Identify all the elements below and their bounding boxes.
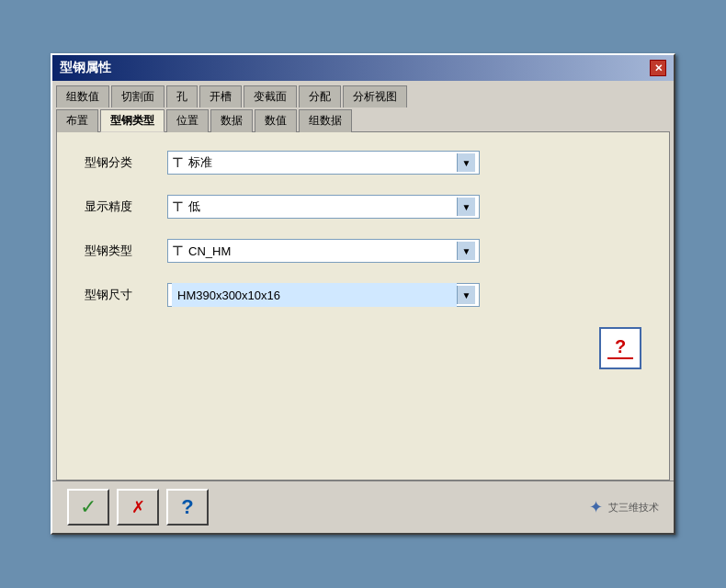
tab-group-values[interactable]: 组数值 [56,85,109,107]
display-precision-dropdown[interactable]: ⊤ 低 ▼ [167,195,480,219]
content-area: 型钢分类 ⊤ 标准 ▼ 显示精度 ⊤ 低 [56,131,670,481]
section-size-control: ▼ [167,283,641,307]
display-precision-row: 显示精度 ⊤ 低 ▼ [85,195,641,219]
watermark-icon: ✦ [589,497,603,517]
help-btn-row: ? [85,327,641,369]
tab-position[interactable]: 位置 [166,109,209,132]
section-type-selected: ⊤ CN_HM [172,243,457,258]
title-bar: 型钢属性 ✕ [52,55,674,81]
section-size-label: 型钢尺寸 [85,287,167,303]
check-icon: ✓ [80,495,96,519]
section-class-value: 标准 [188,154,212,171]
tab-distribute[interactable]: 分配 [299,85,341,107]
section-class-arrow[interactable]: ▼ [457,153,475,172]
display-precision-label: 显示精度 [85,198,167,215]
tab-variable-section[interactable]: 变截面 [244,85,297,107]
tab-values[interactable]: 数值 [255,109,297,132]
section-size-row: 型钢尺寸 ▼ [85,283,641,307]
tab-slot[interactable]: 开槽 [199,85,242,107]
cancel-button[interactable]: ✗ [117,489,159,526]
display-precision-arrow[interactable]: ▼ [457,198,475,216]
tab-cut-face[interactable]: 切割面 [111,85,164,107]
close-button[interactable]: ✕ [650,60,666,76]
watermark-text: 艾三维技术 [608,501,659,514]
section-size-selected [172,283,457,307]
section-type-control: ⊤ CN_HM ▼ [167,239,641,263]
tab-row-2: 布置 型钢类型 位置 数据 数值 组数据 [56,108,670,131]
section-type-label: 型钢类型 [85,243,167,259]
help-btn-inner: ? [607,337,633,359]
section-size-arrow[interactable]: ▼ [457,286,475,304]
section-class-row: 型钢分类 ⊤ 标准 ▼ [85,151,641,175]
section-type-value: CN_HM [188,244,231,258]
section-type-arrow[interactable]: ▼ [457,242,475,260]
display-precision-value: 低 [188,198,200,215]
section-class-selected: ⊤ 标准 [172,154,457,171]
ibeam-icon-1: ⊤ [172,155,183,170]
bottom-buttons: ✓ ✗ ? [67,489,209,526]
display-precision-control: ⊤ 低 ▼ [167,195,641,219]
watermark: ✦ 艾三维技术 [589,497,659,517]
section-class-control: ⊤ 标准 ▼ [167,151,641,175]
section-size-dropdown[interactable]: ▼ [167,283,480,307]
tab-layout[interactable]: 布置 [56,109,98,132]
bottom-help-button[interactable]: ? [166,489,209,526]
tab-container: 组数值 切割面 孔 开槽 变截面 分配 分析视图 布置 型钢类型 位置 数据 数… [52,81,674,131]
tab-group-data[interactable]: 组数据 [299,109,352,132]
section-class-label: 型钢分类 [85,154,167,171]
bottom-area: ✓ ✗ ? ✦ 艾三维技术 [52,481,674,533]
x-icon: ✗ [131,497,145,517]
ibeam-icon-2: ⊤ [172,199,183,214]
display-precision-selected: ⊤ 低 [172,198,457,215]
confirm-button[interactable]: ✓ [67,489,109,526]
main-window: 型钢属性 ✕ 组数值 切割面 孔 开槽 变截面 分配 分析视图 布置 型钢类型 … [51,53,675,535]
tab-section-type[interactable]: 型钢类型 [100,109,164,132]
window-title: 型钢属性 [60,60,111,76]
help-button[interactable]: ? [599,327,641,369]
section-type-row: 型钢类型 ⊤ CN_HM ▼ [85,239,641,263]
question-icon: ? [181,495,193,519]
help-question-mark: ? [615,337,626,356]
section-type-dropdown[interactable]: ⊤ CN_HM ▼ [167,239,480,263]
section-class-dropdown[interactable]: ⊤ 标准 ▼ [167,151,480,175]
tab-hole[interactable]: 孔 [166,85,198,107]
ibeam-icon-3: ⊤ [172,243,183,258]
tab-row-1: 组数值 切割面 孔 开槽 变截面 分配 分析视图 [56,85,670,107]
tab-data[interactable]: 数据 [210,109,253,132]
tab-analysis-view[interactable]: 分析视图 [343,85,407,107]
help-underline [607,357,633,359]
section-size-input[interactable] [172,283,457,307]
